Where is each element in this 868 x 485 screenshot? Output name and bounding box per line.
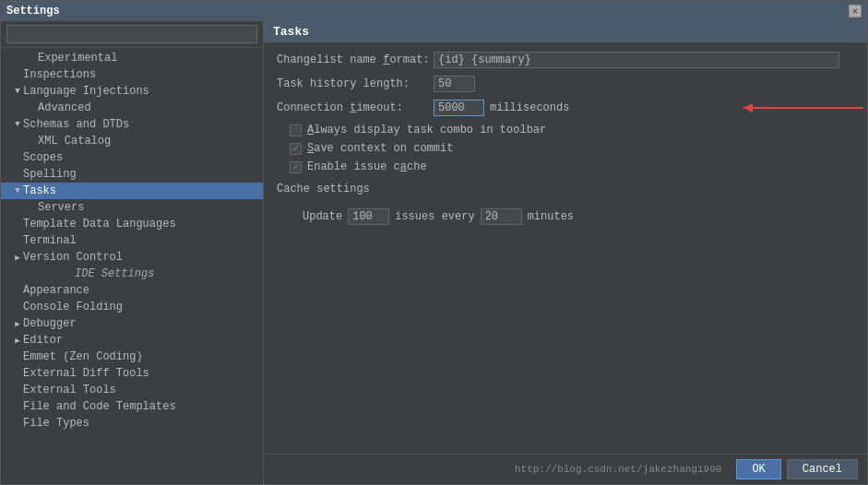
enable-issue-cache-checkbox[interactable] bbox=[290, 161, 302, 173]
task-history-length-input[interactable] bbox=[434, 76, 475, 92]
sidebar-item-file-types[interactable]: File Types bbox=[1, 415, 263, 432]
task-history-length-row: Task history length: bbox=[277, 76, 854, 92]
always-display-label: Always display task combo in toolbar bbox=[307, 124, 546, 136]
window-title: Settings bbox=[6, 5, 60, 18]
sidebar-item-tasks[interactable]: Tasks bbox=[1, 183, 263, 199]
settings-window: Settings ✕ Experimental Inspections bbox=[0, 0, 868, 485]
sidebar-item-label: Inspections bbox=[23, 68, 96, 81]
sidebar-item-label: Tasks bbox=[23, 184, 56, 197]
enable-issue-cache-row: Enable issue cache bbox=[277, 160, 854, 173]
sidebar-item-label: XML Catalog bbox=[38, 135, 111, 148]
cache-settings-section: Cache settings bbox=[277, 179, 854, 201]
sidebar-item-label: Servers bbox=[38, 201, 84, 214]
triangle-icon bbox=[12, 186, 23, 195]
bottom-bar: http://blog.csdn.net/jakezhang1990 OK Ca… bbox=[264, 454, 867, 484]
search-box bbox=[1, 21, 263, 48]
connection-timeout-row: Connection timeout: milliseconds bbox=[277, 100, 854, 116]
sidebar-item-label: Debugger bbox=[23, 317, 77, 330]
sidebar-item-schemas[interactable]: Schemas and DTDs bbox=[1, 116, 263, 133]
sidebar-item-template-data-languages[interactable]: Template Data Languages bbox=[1, 216, 263, 232]
svg-marker-1 bbox=[743, 103, 753, 112]
save-context-row: Save context on commit bbox=[277, 142, 854, 155]
always-display-checkbox[interactable] bbox=[290, 124, 302, 136]
sidebar-item-label: Terminal bbox=[23, 234, 77, 247]
changelist-name-format-input[interactable] bbox=[434, 52, 839, 68]
sidebar-item-external-tools[interactable]: External Tools bbox=[1, 382, 263, 398]
connection-timeout-unit: milliseconds bbox=[490, 101, 569, 114]
panel-content: Changelist name format: Task history len… bbox=[264, 42, 867, 454]
sidebar-item-advanced[interactable]: Advanced bbox=[1, 100, 263, 116]
sidebar-item-inspections[interactable]: Inspections bbox=[1, 66, 263, 83]
sidebar-item-file-code-templates[interactable]: File and Code Templates bbox=[1, 398, 263, 415]
sidebar-item-label: File and Code Templates bbox=[23, 400, 176, 413]
settings-tree: Experimental Inspections Language Inject… bbox=[1, 48, 263, 484]
connection-timeout-label: Connection timeout: bbox=[277, 101, 434, 114]
panel-title: Tasks bbox=[264, 21, 867, 42]
sidebar-item-label: Template Data Languages bbox=[23, 218, 176, 231]
sidebar-item-label: Version Control bbox=[23, 251, 123, 264]
cache-settings-label: Cache settings bbox=[277, 183, 370, 195]
cancel-button[interactable]: Cancel bbox=[787, 459, 858, 479]
save-context-checkbox[interactable] bbox=[290, 143, 302, 155]
sidebar-item-external-diff-tools[interactable]: External Diff Tools bbox=[1, 365, 263, 382]
issues-every-input[interactable] bbox=[481, 208, 522, 225]
sidebar-item-experimental[interactable]: Experimental bbox=[1, 50, 263, 66]
always-display-row: Always display task combo in toolbar bbox=[277, 124, 854, 136]
red-arrow-annotation bbox=[725, 99, 863, 117]
sidebar-item-label: Experimental bbox=[38, 52, 117, 65]
sidebar-item-servers[interactable]: Servers bbox=[1, 199, 263, 216]
task-history-length-label: Task history length: bbox=[277, 77, 434, 90]
sidebar-item-label: Spelling bbox=[23, 168, 77, 181]
minutes-label: minutes bbox=[528, 210, 574, 223]
sidebar-item-appearance[interactable]: Appearance bbox=[1, 282, 263, 299]
triangle-icon bbox=[12, 253, 23, 263]
title-bar: Settings ✕ bbox=[1, 1, 867, 21]
update-label: Update bbox=[303, 210, 342, 223]
sidebar-item-version-control[interactable]: Version Control bbox=[1, 249, 263, 266]
triangle-icon bbox=[12, 120, 23, 129]
sidebar-item-editor[interactable]: Editor bbox=[1, 332, 263, 349]
sidebar-item-label: External Diff Tools bbox=[23, 367, 149, 380]
search-input[interactable] bbox=[6, 25, 257, 43]
sidebar-item-label: Console Folding bbox=[23, 301, 123, 313]
changelist-name-format-label: Changelist name format: bbox=[277, 53, 434, 66]
sidebar-item-terminal[interactable]: Terminal bbox=[1, 232, 263, 249]
triangle-icon bbox=[12, 319, 23, 329]
update-value-input[interactable] bbox=[348, 208, 389, 225]
sidebar-item-label: File Types bbox=[23, 417, 89, 430]
sidebar-item-scopes[interactable]: Scopes bbox=[1, 149, 263, 166]
main-content: Experimental Inspections Language Inject… bbox=[1, 21, 867, 484]
sidebar-item-label: Emmet (Zen Coding) bbox=[23, 350, 143, 363]
sidebar-item-debugger[interactable]: Debugger bbox=[1, 315, 263, 332]
sidebar-item-label: Editor bbox=[23, 334, 63, 347]
main-panel: Tasks Changelist name format: Task histo… bbox=[264, 21, 867, 484]
save-context-label: Save context on commit bbox=[307, 142, 453, 155]
sidebar-item-label: Language Injections bbox=[23, 85, 149, 98]
section-label: IDE Settings bbox=[75, 267, 154, 280]
ok-button[interactable]: OK bbox=[736, 459, 780, 479]
enable-issue-cache-label: Enable issue cache bbox=[307, 160, 427, 173]
changelist-name-format-row: Changelist name format: bbox=[277, 52, 854, 68]
update-issues-row: Update issues every minutes bbox=[277, 208, 854, 225]
sidebar-item-language-injections[interactable]: Language Injections bbox=[1, 83, 263, 100]
sidebar-item-label: Schemas and DTDs bbox=[23, 118, 129, 131]
watermark: http://blog.csdn.net/jakezhang1990 bbox=[273, 464, 721, 475]
sidebar-item-console-folding[interactable]: Console Folding bbox=[1, 299, 263, 315]
triangle-icon bbox=[12, 336, 23, 346]
triangle-icon bbox=[12, 87, 23, 96]
sidebar-item-label: Appearance bbox=[23, 284, 89, 297]
connection-timeout-input[interactable] bbox=[434, 100, 484, 116]
sidebar-item-label: Advanced bbox=[38, 101, 91, 114]
close-button[interactable]: ✕ bbox=[849, 5, 862, 18]
sidebar-item-label: External Tools bbox=[23, 384, 116, 396]
sidebar-item-spelling[interactable]: Spelling bbox=[1, 166, 263, 183]
issues-every-label: issues every bbox=[395, 210, 474, 223]
sidebar-item-emmet[interactable]: Emmet (Zen Coding) bbox=[1, 349, 263, 365]
sidebar-item-xml-catalog[interactable]: XML Catalog bbox=[1, 133, 263, 149]
sidebar-item-label: Scopes bbox=[23, 151, 63, 164]
sidebar-section-ide-settings: IDE Settings bbox=[1, 266, 263, 282]
sidebar: Experimental Inspections Language Inject… bbox=[1, 21, 264, 484]
